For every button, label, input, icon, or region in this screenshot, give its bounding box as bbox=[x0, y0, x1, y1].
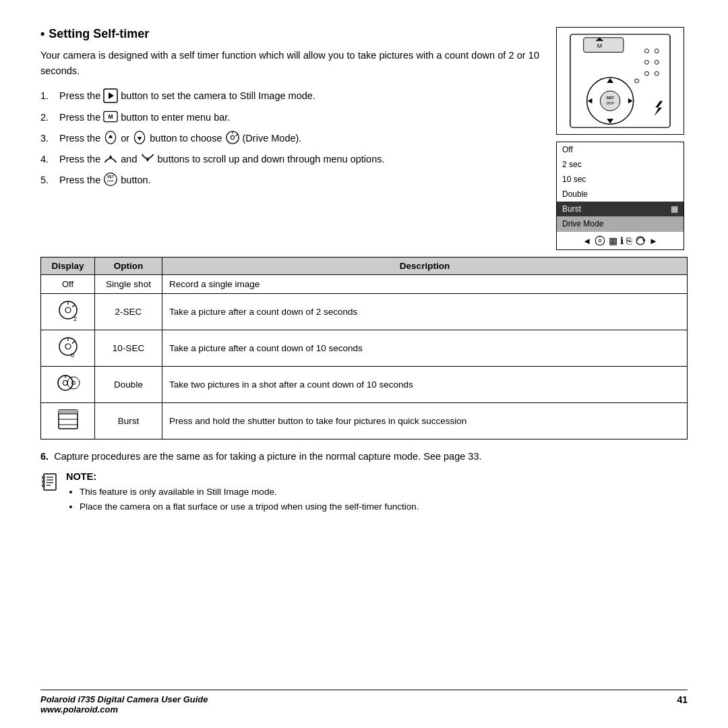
table-cell-desc-burst: Press and hold the shutter button to tak… bbox=[162, 403, 688, 439]
options-table: Display Option Description Off Single sh… bbox=[40, 257, 688, 439]
svg-point-46 bbox=[65, 344, 71, 349]
burst-label: Burst bbox=[562, 203, 581, 215]
table-row-burst: Burst Press and hold the shutter button … bbox=[41, 403, 688, 439]
footer-page-number: 41 bbox=[677, 694, 688, 705]
table-row-double: Double Take two pictures in a shot after… bbox=[41, 367, 688, 403]
svg-text:SET: SET bbox=[606, 96, 614, 100]
table-cell-display-double bbox=[41, 367, 95, 403]
svg-rect-16 bbox=[584, 38, 624, 53]
svg-point-20 bbox=[655, 49, 659, 53]
menu-icons-row: ◄ ▦ ℹ ⎘ ► bbox=[557, 231, 684, 249]
table-row-2sec: 2 2-SEC Take a picture after a count dow… bbox=[41, 294, 688, 330]
left-column: • Setting Self-timer Your camera is desi… bbox=[40, 27, 539, 250]
menu-item-off: Off bbox=[557, 142, 684, 157]
table-row-10sec: 0 10-SEC Take a picture after a count do… bbox=[41, 330, 688, 367]
svg-marker-28 bbox=[607, 78, 613, 83]
footer-guide-title: Polaroid i735 Digital Camera User Guide bbox=[40, 694, 208, 704]
svg-point-53 bbox=[67, 377, 80, 389]
burst-icon-menu: ▦ bbox=[609, 235, 617, 246]
svg-point-36 bbox=[599, 239, 601, 242]
table-cell-option-10sec: 10-SEC bbox=[95, 330, 162, 367]
svg-marker-7 bbox=[138, 137, 142, 140]
capture-note-section: 6. Capture procedures are the same as fo… bbox=[40, 449, 688, 514]
note-label: NOTE: bbox=[66, 471, 688, 482]
menu-item-burst: Burst ▦ bbox=[557, 202, 684, 216]
svg-point-23 bbox=[645, 71, 649, 75]
table-cell-desc-2sec: Take a picture after a count down of 2 s… bbox=[162, 294, 688, 330]
table-header-option: Option bbox=[95, 257, 162, 275]
svg-point-51 bbox=[63, 381, 67, 386]
copy-icon-menu: ⎘ bbox=[626, 235, 632, 246]
svg-marker-30 bbox=[588, 98, 593, 104]
capture-note: 6. Capture procedures are the same as fo… bbox=[40, 449, 688, 464]
svg-text:0: 0 bbox=[71, 352, 74, 359]
camera-diagram: M SET bbox=[556, 27, 684, 135]
svg-line-11 bbox=[235, 134, 237, 135]
footer-url: www.polaroid.com bbox=[40, 704, 208, 715]
svg-text:SET: SET bbox=[107, 175, 115, 179]
step-num-3: 3. bbox=[40, 131, 54, 146]
footer-left: Polaroid i735 Digital Camera User Guide … bbox=[40, 694, 208, 715]
svg-text:DISP: DISP bbox=[606, 102, 614, 105]
timer-10-icon: 0 bbox=[56, 334, 80, 359]
table-cell-display-2sec: 2 bbox=[41, 294, 95, 330]
step-4: 4. Press the and buttons to scroll up an… bbox=[40, 152, 539, 167]
table-cell-desc-off: Record a single image bbox=[162, 275, 688, 294]
svg-rect-66 bbox=[42, 481, 44, 483]
step-5: 5. Press the SET DISP button. bbox=[40, 173, 539, 188]
page: • Setting Self-timer Your camera is desi… bbox=[0, 0, 728, 728]
step-num-2: 2. bbox=[40, 110, 54, 125]
step-5-content: Press the SET DISP button. bbox=[59, 173, 539, 188]
svg-marker-34 bbox=[654, 101, 663, 117]
steps-list: 1. Press the button to set the camera to… bbox=[40, 88, 539, 188]
up-button-icon bbox=[103, 130, 118, 145]
table-cell-option-double: Double bbox=[95, 367, 162, 403]
note-bullet-2: Place the camera on a flat surface or us… bbox=[80, 499, 688, 514]
menu-item-double: Double bbox=[557, 187, 684, 202]
intro-text: Your camera is designed with a self time… bbox=[40, 48, 539, 79]
svg-rect-65 bbox=[42, 477, 44, 479]
burst-table-icon bbox=[56, 407, 80, 431]
menu-item-drive-mode: Drive Mode bbox=[557, 216, 684, 231]
step-1-content: Press the button to set the camera to St… bbox=[59, 88, 539, 104]
svg-marker-31 bbox=[628, 98, 633, 104]
play-button-icon bbox=[103, 88, 118, 103]
burst-icon: ▦ bbox=[671, 203, 678, 215]
svg-text:M: M bbox=[597, 42, 602, 49]
down-button-icon bbox=[132, 130, 147, 145]
note-box: NOTE: This feature is only available in … bbox=[40, 471, 688, 514]
left-arrow-icon: ◄ bbox=[582, 236, 591, 246]
section-title: • Setting Self-timer bbox=[40, 27, 539, 41]
svg-text:DISP: DISP bbox=[107, 180, 114, 183]
step-4-content: Press the and buttons to scroll up and d… bbox=[59, 152, 539, 167]
table-row-off: Off Single shot Record a single image bbox=[41, 275, 688, 294]
step-num-5: 5. bbox=[40, 173, 54, 188]
table-cell-option-off: Single shot bbox=[95, 275, 162, 294]
table-cell-desc-double: Take two pictures in a shot after a coun… bbox=[162, 367, 688, 403]
note-content: NOTE: This feature is only available in … bbox=[66, 471, 688, 514]
step-1: 1. Press the button to set the camera to… bbox=[40, 88, 539, 104]
svg-marker-5 bbox=[109, 135, 113, 138]
step-2: 2. Press the M button to enter menu bar. bbox=[40, 110, 539, 125]
svg-point-25 bbox=[635, 79, 639, 83]
svg-rect-67 bbox=[42, 485, 44, 487]
table-cell-option-burst: Burst bbox=[95, 403, 162, 439]
menu-display: Off 2 sec 10 sec Double Burst ▦ Drive Mo… bbox=[556, 142, 684, 250]
menu-button-icon: M bbox=[103, 109, 118, 124]
info-icon-menu: ℹ bbox=[620, 235, 624, 246]
footer: Polaroid i735 Digital Camera User Guide … bbox=[40, 690, 688, 715]
svg-marker-1 bbox=[109, 92, 114, 99]
drive-mode-label: Drive Mode bbox=[562, 218, 603, 230]
main-content: • Setting Self-timer Your camera is desi… bbox=[40, 27, 688, 250]
svg-marker-29 bbox=[607, 119, 613, 123]
svg-point-21 bbox=[645, 60, 649, 64]
note-bullet-1: This feature is only available in Still … bbox=[80, 485, 688, 499]
svg-rect-60 bbox=[44, 474, 56, 490]
step-num-1: 1. bbox=[40, 88, 54, 104]
note-bullets-list: This feature is only available in Still … bbox=[66, 485, 688, 514]
scroll-down-icon bbox=[140, 151, 155, 166]
right-arrow-icon: ► bbox=[649, 236, 658, 246]
timer-double-icon bbox=[55, 371, 82, 395]
table-cell-desc-10sec: Take a picture after a count down of 10 … bbox=[162, 330, 688, 367]
drive-mode-icon bbox=[225, 130, 240, 145]
